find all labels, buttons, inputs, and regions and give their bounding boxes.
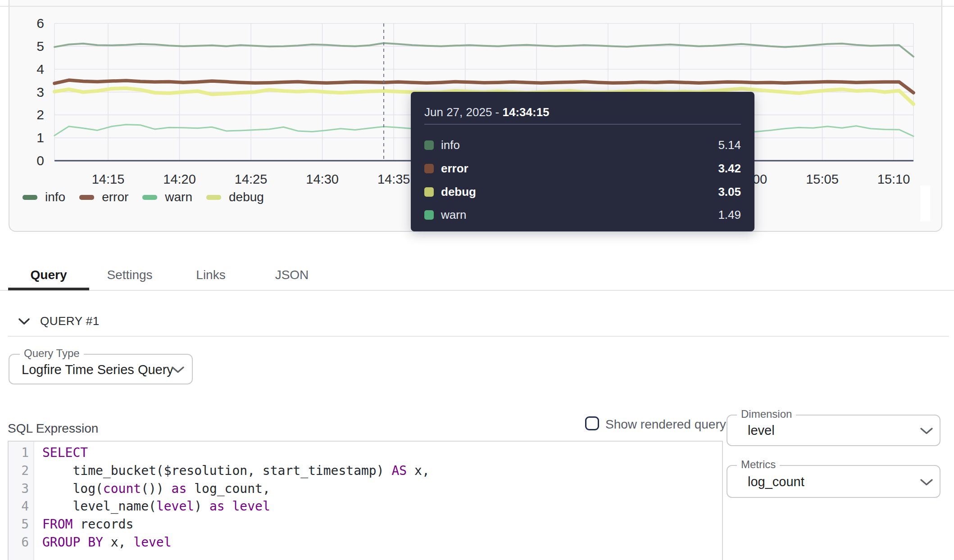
series-name: warn (441, 208, 718, 222)
series-value: 5.14 (718, 138, 741, 152)
series-line-info (55, 43, 913, 57)
panel-editor-tabs: QuerySettingsLinksJSON (8, 262, 332, 288)
tab-settings[interactable]: Settings (89, 262, 170, 288)
code-text: time_bucket($resolution, start_timestamp… (34, 463, 430, 478)
y-axis-tick-label: 4 (36, 62, 44, 77)
sql-code-editor[interactable]: 1SELECT2 time_bucket($resolution, start_… (8, 441, 723, 560)
x-axis-tick-label: 14:30 (306, 172, 339, 186)
code-line: 2 time_bucket($resolution, start_timesta… (9, 462, 722, 480)
chart-legend: infoerrorwarndebug (23, 190, 264, 204)
code-line: 3 log(count()) as log_count, (9, 479, 722, 497)
tooltip-time: 14:34:15 (502, 105, 549, 119)
legend-item-warn[interactable]: warn (142, 190, 192, 204)
active-tab-underline (8, 288, 89, 290)
query-section-divider (8, 336, 949, 337)
x-axis-tick-label: 14:15 (92, 172, 125, 186)
legend-label: debug (229, 190, 264, 204)
tooltip-timestamp: Jun 27, 2025 - 14:34:15 (424, 105, 550, 119)
code-text: GROUP BY x, level (34, 535, 172, 550)
tooltip-row-error: error3.42 (424, 157, 741, 181)
x-axis-tick-label: 14:35 (377, 172, 410, 186)
series-swatch-icon (424, 164, 434, 173)
line-number: 2 (9, 463, 34, 478)
line-number: 4 (9, 499, 34, 514)
legend-swatch-icon (206, 195, 221, 200)
code-text: FROM records (34, 517, 133, 532)
x-axis-tick-label: 15:05 (806, 172, 839, 186)
y-axis-tick-label: 0 (36, 153, 44, 168)
dimension-label: Dimension (737, 408, 796, 420)
series-value: 1.49 (718, 208, 741, 222)
dimension-value: level (748, 423, 775, 438)
show-rendered-query-label[interactable]: Show rendered query (605, 417, 726, 432)
series-name: debug (441, 185, 718, 199)
tooltip-row-debug: debug3.05 (424, 180, 741, 203)
tooltip-row-warn: warn1.49 (424, 203, 741, 227)
line-number: 6 (9, 535, 34, 550)
line-number: 3 (9, 481, 34, 496)
legend-label: error (102, 190, 128, 204)
x-axis-tick-label: 15:10 (877, 172, 910, 186)
series-name: info (441, 138, 718, 152)
y-axis-tick-label: 2 (36, 107, 44, 122)
chevron-down-icon (920, 479, 933, 488)
line-number: 1 (9, 445, 34, 460)
editor-code-lines: 1SELECT2 time_bucket($resolution, start_… (9, 444, 722, 551)
series-value: 3.42 (718, 162, 741, 176)
legend-label: info (45, 190, 65, 204)
chart-tooltip: Jun 27, 2025 - 14:34:15 info5.14error3.4… (411, 92, 754, 231)
tooltip-date: Jun 27, 2025 - (424, 105, 502, 119)
y-axis-tick-label: 6 (36, 16, 44, 31)
sql-expression-label: SQL Expression (8, 421, 98, 436)
scrollbar-thumb[interactable] (920, 185, 930, 221)
legend-swatch-icon (79, 195, 94, 200)
legend-item-debug[interactable]: debug (206, 190, 264, 204)
query-type-value: Logfire Time Series Query (22, 362, 173, 377)
code-text: SELECT (34, 445, 88, 460)
y-axis-tick-label: 1 (36, 130, 44, 145)
series-swatch-icon (424, 210, 434, 220)
legend-item-error[interactable]: error (79, 190, 128, 204)
chevron-down-icon (171, 366, 185, 375)
series-name: error (441, 162, 718, 176)
y-axis-tick-label: 3 (36, 85, 44, 99)
code-line: 1SELECT (9, 444, 722, 462)
legend-item-info[interactable]: info (23, 190, 65, 204)
tab-json[interactable]: JSON (251, 262, 332, 288)
show-rendered-query-checkbox[interactable] (585, 416, 599, 430)
series-swatch-icon (424, 140, 434, 150)
tooltip-series-list: info5.14error3.42debug3.05warn1.49 (424, 134, 741, 227)
code-line: 4 level_name(level) as level (9, 497, 722, 515)
metrics-value: log_count (748, 474, 804, 489)
line-number: 5 (9, 517, 34, 532)
query-section-title: QUERY #1 (40, 314, 100, 328)
legend-swatch-icon (23, 195, 37, 200)
tooltip-row-info: info5.14 (424, 134, 741, 157)
x-axis-tick-label: 14:20 (163, 172, 196, 186)
chevron-down-icon (920, 427, 933, 437)
code-text: log(count()) as log_count, (34, 481, 270, 496)
legend-label: warn (165, 190, 192, 204)
query-type-label: Query Type (20, 348, 84, 359)
metrics-label: Metrics (737, 459, 780, 470)
legend-swatch-icon (142, 195, 157, 200)
code-line: 5FROM records (9, 515, 722, 533)
tab-query[interactable]: Query (8, 262, 89, 288)
tab-links[interactable]: Links (170, 262, 251, 288)
tabs-divider (0, 290, 954, 291)
query-section-header[interactable]: QUERY #1 (18, 314, 100, 328)
series-value: 3.05 (718, 185, 741, 199)
tooltip-divider (424, 124, 741, 125)
code-text: level_name(level) as level (34, 499, 270, 514)
series-swatch-icon (424, 187, 434, 197)
chevron-down-icon[interactable] (18, 318, 30, 325)
y-axis-tick-label: 5 (36, 39, 44, 54)
x-axis-tick-label: 14:25 (235, 172, 268, 186)
code-line: 6GROUP BY x, level (9, 533, 722, 551)
